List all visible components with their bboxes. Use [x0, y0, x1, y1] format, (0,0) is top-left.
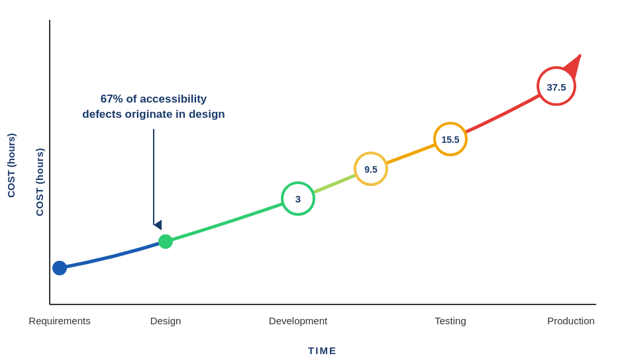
- x-label-development: Development: [269, 315, 328, 326]
- annotation-line1: 67% of accessibility: [101, 93, 207, 105]
- svg-text:15.5: 15.5: [441, 134, 459, 145]
- svg-text:3: 3: [295, 193, 301, 205]
- svg-point-5: [53, 261, 66, 275]
- x-label-design: Design: [150, 315, 181, 326]
- x-label-testing: Testing: [435, 315, 466, 326]
- y-axis-label-svg: COST (hours): [5, 133, 17, 198]
- svg-point-6: [159, 235, 172, 248]
- svg-text:37.5: 37.5: [546, 81, 566, 93]
- x-axis-label-svg: TIME: [308, 345, 337, 356]
- x-label-requirements: Requirements: [28, 315, 90, 326]
- chart-container: COST (hours): [0, 0, 620, 364]
- x-label-production: Production: [547, 315, 595, 326]
- annotation-line2: defects originate in design: [82, 108, 225, 120]
- svg-text:9.5: 9.5: [364, 164, 378, 175]
